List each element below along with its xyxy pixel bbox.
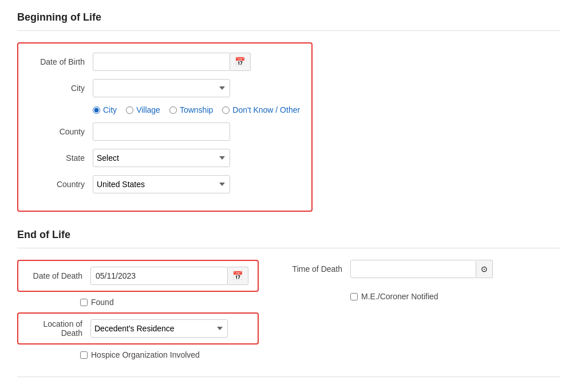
radio-village-label: Village xyxy=(136,105,160,114)
radio-township-input[interactable] xyxy=(169,106,177,114)
city-label: City xyxy=(30,84,93,93)
beginning-of-life-box: Date of Birth 📅 City City Villag xyxy=(17,42,313,212)
me-coroner-checkbox[interactable] xyxy=(350,293,358,300)
calendar-icon: 📅 xyxy=(235,57,246,67)
time-of-death-row: Time of Death ⊙ xyxy=(282,260,493,278)
radio-township[interactable]: Township xyxy=(169,105,213,114)
date-of-birth-label: Date of Birth xyxy=(30,57,93,66)
radio-dontknow-label: Don't Know / Other xyxy=(232,105,300,114)
radio-city[interactable]: City xyxy=(93,105,117,114)
found-label: Found xyxy=(91,298,114,307)
location-of-death-select[interactable]: Decedent's Residence xyxy=(90,319,228,338)
radio-dontknow[interactable]: Don't Know / Other xyxy=(222,105,300,114)
end-of-life-title: End of Life xyxy=(17,229,560,241)
found-checkbox[interactable] xyxy=(80,299,88,306)
county-row: County xyxy=(30,122,300,141)
county-input[interactable] xyxy=(93,122,230,141)
time-of-death-input[interactable] xyxy=(350,260,476,278)
time-of-death-label: Time of Death xyxy=(282,264,350,274)
country-select[interactable]: United States xyxy=(93,175,230,193)
date-of-death-calendar-button[interactable]: 📅 xyxy=(228,267,248,285)
me-coroner-label: M.E./Coroner Notified xyxy=(361,292,438,301)
found-checkbox-row: Found xyxy=(80,298,259,307)
date-of-death-row: Date of Death 📅 xyxy=(27,267,248,285)
country-row: Country United States xyxy=(30,175,300,193)
city-select[interactable] xyxy=(93,79,230,97)
date-of-birth-wrapper: 📅 xyxy=(93,53,251,71)
radio-township-label: Township xyxy=(180,105,213,114)
radio-city-input[interactable] xyxy=(93,106,100,114)
city-row: City xyxy=(30,79,300,97)
country-label: Country xyxy=(30,180,93,189)
end-of-life-section: End of Life Date of Death 📅 xyxy=(17,229,560,359)
date-of-birth-row: Date of Birth 📅 xyxy=(30,53,300,71)
radio-city-label: City xyxy=(103,105,117,114)
hospice-checkbox[interactable] xyxy=(80,351,88,359)
state-label: State xyxy=(30,153,93,163)
state-select[interactable]: Select xyxy=(93,149,230,167)
city-type-radio-group: City Village Township Don't Know / Other xyxy=(93,105,300,114)
eol-grid: Date of Death 📅 Found Location of D xyxy=(17,260,560,359)
eol-section-divider xyxy=(17,248,560,248)
hospice-checkbox-row: Hospice Organization Involved xyxy=(80,350,259,359)
beginning-of-life-title: Beginning of Life xyxy=(17,11,560,23)
date-of-death-input[interactable] xyxy=(90,267,228,285)
date-of-birth-calendar-button[interactable]: 📅 xyxy=(230,53,251,71)
date-of-birth-input[interactable] xyxy=(93,53,230,71)
bottom-divider xyxy=(17,377,560,377)
me-coroner-checkbox-row: M.E./Coroner Notified xyxy=(350,292,493,301)
state-row: State Select xyxy=(30,149,300,167)
section-divider xyxy=(17,30,560,31)
location-of-death-row: Location of Death Decedent's Residence xyxy=(27,319,248,338)
radio-dontknow-input[interactable] xyxy=(222,106,230,114)
time-of-death-wrapper: ⊙ xyxy=(350,260,493,278)
time-of-death-clock-button[interactable]: ⊙ xyxy=(476,260,493,278)
location-of-death-box: Location of Death Decedent's Residence xyxy=(17,312,259,345)
hospice-label: Hospice Organization Involved xyxy=(91,350,200,359)
clock-icon: ⊙ xyxy=(481,264,488,274)
county-label: County xyxy=(30,127,93,136)
date-of-death-label: Date of Death xyxy=(27,271,90,280)
eol-left-column: Date of Death 📅 Found Location of D xyxy=(17,260,259,359)
location-of-death-label: Location of Death xyxy=(27,319,90,338)
eol-right-column: Time of Death ⊙ M.E./Coroner Notified xyxy=(282,260,493,359)
beginning-of-life-section: Beginning of Life Date of Birth 📅 City xyxy=(17,11,560,212)
date-of-death-box: Date of Death 📅 xyxy=(17,260,259,292)
radio-village[interactable]: Village xyxy=(126,105,160,114)
radio-village-input[interactable] xyxy=(126,106,133,114)
calendar-icon-eol: 📅 xyxy=(232,271,243,281)
date-of-death-wrapper: 📅 xyxy=(90,267,248,285)
